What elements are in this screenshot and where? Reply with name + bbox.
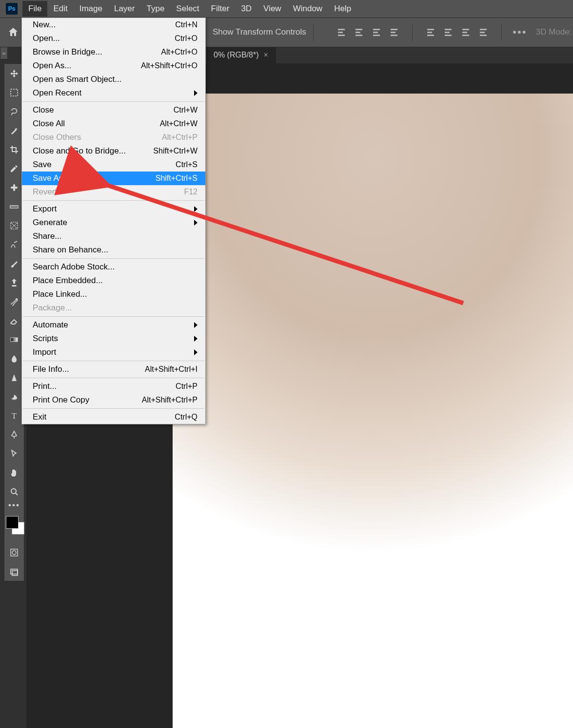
menuitem-open-recent[interactable]: Open Recent <box>22 86 205 100</box>
show-transform-label[interactable]: Show Transform Controls <box>213 27 306 37</box>
menuitem-open-as[interactable]: Open As...Alt+Shift+Ctrl+O <box>22 59 205 73</box>
svg-rect-13 <box>427 32 432 33</box>
menuitem-open[interactable]: Open...Ctrl+O <box>22 32 205 45</box>
menuitem-file-info[interactable]: File Info...Alt+Shift+Ctrl+I <box>22 363 205 376</box>
align-fill-icon[interactable] <box>388 26 400 38</box>
brush-tool[interactable] <box>4 254 24 273</box>
ruler-tool[interactable] <box>4 197 24 216</box>
menuitem-close-and-go-to-bridge[interactable]: Close and Go to Bridge...Shift+Ctrl+W <box>22 144 205 158</box>
color-swatches[interactable] <box>4 515 24 536</box>
type-tool[interactable]: T <box>4 406 24 425</box>
distribute-icon[interactable] <box>477 26 490 38</box>
blur-tool[interactable] <box>4 349 24 368</box>
menuitem-open-as-smart-object[interactable]: Open as Smart Object... <box>22 73 205 86</box>
menuitem-save[interactable]: SaveCtrl+S <box>22 158 205 172</box>
menuitem-place-linked[interactable]: Place Linked... <box>22 287 205 301</box>
menuitem-share-on-behance[interactable]: Share on Behance... <box>22 243 205 257</box>
document-tab[interactable]: 0% (RGB/8*) × <box>207 47 276 63</box>
align-right-icon[interactable] <box>370 26 383 38</box>
sharpen-tool[interactable] <box>4 368 24 387</box>
document-canvas[interactable] <box>173 94 573 728</box>
frame-tool[interactable] <box>4 216 24 235</box>
svg-rect-10 <box>391 32 395 33</box>
lasso-tool[interactable] <box>4 102 24 121</box>
eraser-tool[interactable] <box>4 311 24 330</box>
menu-image[interactable]: Image <box>74 1 108 17</box>
menuitem-label: Close and Go to Bridge... <box>33 146 126 156</box>
svg-rect-8 <box>373 35 380 36</box>
menuitem-search-adobe-stock[interactable]: Search Adobe Stock... <box>22 260 205 274</box>
menuitem-label: Print One Copy <box>33 395 89 405</box>
path-select-tool[interactable] <box>4 444 24 463</box>
align-bottom-icon[interactable] <box>459 26 472 38</box>
home-icon <box>7 26 19 38</box>
menu-select[interactable]: Select <box>170 1 205 17</box>
menu-separator <box>23 361 204 361</box>
zoom-tool[interactable] <box>4 482 24 501</box>
svg-rect-19 <box>462 32 467 33</box>
menuitem-generate[interactable]: Generate <box>22 216 205 230</box>
menuitem-automate[interactable]: Automate <box>22 318 205 332</box>
svg-rect-5 <box>356 35 362 36</box>
menu-window[interactable]: Window <box>287 1 328 17</box>
align-left-icon[interactable] <box>335 26 348 38</box>
magic-wand-tool[interactable] <box>4 121 24 140</box>
menu-file[interactable]: File <box>22 1 47 17</box>
menuitem-save-as[interactable]: Save As...Shift+Ctrl+S <box>22 172 205 185</box>
menuitem-exit[interactable]: ExitCtrl+Q <box>22 410 205 424</box>
history-brush-tool[interactable] <box>4 292 24 311</box>
screenmode-tool[interactable] <box>4 562 24 581</box>
menuitem-shortcut: Alt+Shift+Ctrl+O <box>141 61 198 70</box>
menuitem-browse-in-bridge[interactable]: Browse in Bridge...Alt+Ctrl+O <box>22 45 205 59</box>
menuitem-import[interactable]: Import <box>22 345 205 359</box>
menuitem-share[interactable]: Share... <box>22 230 205 243</box>
align-center-h-icon[interactable] <box>353 26 365 38</box>
menuitem-scripts[interactable]: Scripts <box>22 332 205 345</box>
menu-edit[interactable]: Edit <box>47 1 73 17</box>
menu-separator <box>23 101 204 102</box>
menuitem-label: Open As... <box>33 61 71 71</box>
clone-stamp-tool[interactable] <box>4 273 24 292</box>
menuitem-shortcut: Alt+Shift+Ctrl+P <box>142 396 198 404</box>
menuitem-label: Close <box>33 105 54 115</box>
marquee-tool[interactable] <box>4 83 24 102</box>
close-tab-button[interactable]: × <box>263 51 268 59</box>
menuitem-print-one-copy[interactable]: Print One CopyAlt+Shift+Ctrl+P <box>22 393 205 407</box>
divider <box>313 23 314 41</box>
menuitem-print[interactable]: Print...Ctrl+P <box>22 380 205 393</box>
foreground-swatch[interactable] <box>6 516 19 529</box>
menu-view[interactable]: View <box>257 1 287 17</box>
wrinkle-tool[interactable] <box>4 235 24 254</box>
quickmask-tool[interactable] <box>4 543 24 562</box>
align-top-icon[interactable] <box>424 26 437 38</box>
submenu-arrow-icon <box>194 336 198 342</box>
menuitem-new[interactable]: New...Ctrl+N <box>22 18 205 32</box>
home-button[interactable] <box>4 23 22 41</box>
divider <box>412 23 413 41</box>
menu-type[interactable]: Type <box>140 1 170 17</box>
menu-layer[interactable]: Layer <box>108 1 141 17</box>
eyedropper-tool[interactable] <box>4 159 24 178</box>
menuitem-export[interactable]: Export <box>22 202 205 216</box>
align-center-v-icon[interactable] <box>442 26 454 38</box>
tool-overflow[interactable]: ••• <box>4 501 24 510</box>
menu-help[interactable]: Help <box>328 1 357 17</box>
menuitem-label: Place Embedded... <box>33 276 103 286</box>
crop-tool[interactable] <box>4 140 24 159</box>
dodge-tool[interactable] <box>4 387 24 406</box>
gradient-tool[interactable] <box>4 330 24 349</box>
menuitem-label: Scripts <box>33 334 58 344</box>
panel-collapse-strip[interactable]: ›› <box>0 47 8 59</box>
svg-rect-4 <box>356 32 360 33</box>
more-options-icon[interactable]: ••• <box>514 26 526 38</box>
menuitem-close-all[interactable]: Close AllAlt+Ctrl+W <box>22 117 205 131</box>
menuitem-place-embedded[interactable]: Place Embedded... <box>22 274 205 287</box>
menuitem-shortcut: Alt+Ctrl+P <box>162 133 198 142</box>
hand-tool[interactable] <box>4 463 24 482</box>
healing-tool[interactable] <box>4 178 24 197</box>
move-tool[interactable] <box>4 64 24 83</box>
menu-3d[interactable]: 3D <box>235 1 257 17</box>
menu-filter[interactable]: Filter <box>205 1 236 17</box>
menuitem-close[interactable]: CloseCtrl+W <box>22 103 205 117</box>
pen-tool[interactable] <box>4 425 24 444</box>
